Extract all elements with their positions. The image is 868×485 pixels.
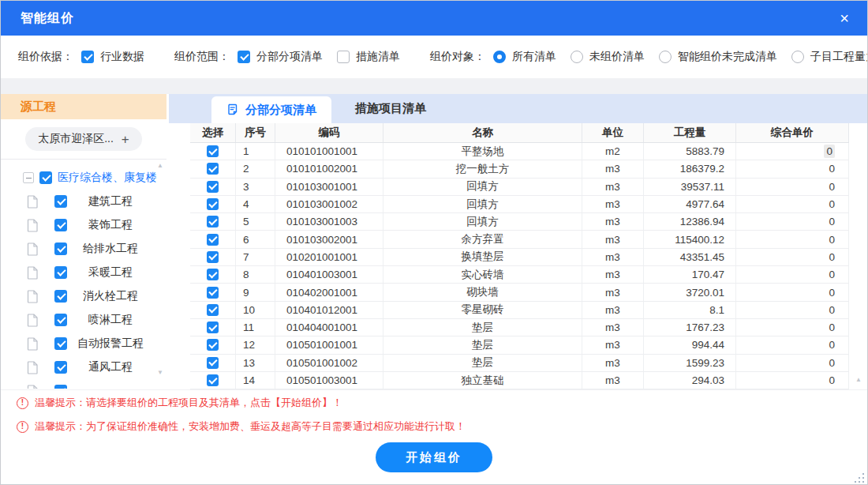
tree-item[interactable]: 采暖工程 <box>1 261 166 284</box>
row-checkbox-icon[interactable] <box>207 374 219 386</box>
checkbox-checked-icon[interactable] <box>39 171 52 184</box>
tree-item[interactable]: 给排水工程 <box>1 237 166 261</box>
radio-unselected-icon[interactable] <box>659 51 672 63</box>
row-checkbox-icon[interactable] <box>207 357 219 369</box>
tree-item[interactable]: 装饰工程 <box>1 213 166 237</box>
checkbox-checked-icon[interactable] <box>54 219 67 231</box>
table-row[interactable]: 7010201001001换填垫层m343351.450 <box>190 249 849 266</box>
cell-index: 13 <box>236 355 275 371</box>
row-checkbox-icon[interactable] <box>207 251 219 263</box>
checkbox-checked-icon[interactable] <box>54 385 67 389</box>
table-row[interactable]: 5010103001003回填方m312386.940 <box>190 213 849 231</box>
checkbox-checked-icon[interactable] <box>54 314 67 326</box>
tree-item-label: 自动报警工程 <box>67 336 166 351</box>
row-checkbox-icon[interactable] <box>207 269 219 280</box>
cell-quantity: 994.44 <box>644 336 736 353</box>
tab-fenbu-fenxiang[interactable]: 分部分项清单 <box>211 96 331 123</box>
resize-grip[interactable] <box>852 473 864 483</box>
table-row[interactable]: 3010103001001回填方m339537.110 <box>190 179 849 196</box>
row-checkbox-icon[interactable] <box>207 304 219 316</box>
tree-item[interactable]: 建筑工程 <box>1 190 166 213</box>
row-checkbox-icon[interactable] <box>207 339 219 351</box>
tab-cuoshi-xiangmu[interactable]: 措施项目清单 <box>328 94 453 123</box>
scope-option[interactable]: 分部分项清单 <box>238 50 323 64</box>
checkbox-checked-icon[interactable] <box>81 51 94 63</box>
checkbox-checked-icon[interactable] <box>238 51 250 63</box>
cell-unit: m3 <box>582 196 644 212</box>
target-radio-option[interactable]: 智能组价未完成清单 <box>659 50 777 64</box>
tree-item-label: 采暖工程 <box>67 265 166 280</box>
tree-item[interactable]: 通风工程 <box>1 355 166 379</box>
radio-selected-icon[interactable] <box>493 51 506 63</box>
checkbox-checked-icon[interactable] <box>54 337 67 350</box>
file-icon <box>27 266 39 280</box>
selected-cell-value[interactable]: 0 <box>824 145 835 158</box>
cell-price: 0 <box>736 302 849 318</box>
cell-name: 回填方 <box>383 196 582 212</box>
table-row[interactable]: 2010101002001挖一般土方m3186379.20 <box>190 160 849 178</box>
close-icon[interactable]: × <box>832 6 856 30</box>
table-row[interactable]: 9010402001001砌块墙m33720.010 <box>190 284 849 301</box>
scope-option[interactable]: 措施清单 <box>337 50 400 64</box>
column-header: 选择 <box>190 123 236 142</box>
checkbox-unchecked-icon[interactable] <box>337 51 350 63</box>
collapse-minus-icon[interactable] <box>23 172 34 183</box>
table-row[interactable]: 8010401003001实心砖墙m3170.470 <box>190 266 849 284</box>
table-row[interactable]: 14010501003001独立基础m3294.030 <box>190 372 849 389</box>
row-checkbox-icon[interactable] <box>207 163 219 175</box>
basis-label: 组价依据： <box>18 50 73 64</box>
row-checkbox-icon[interactable] <box>207 234 219 246</box>
row-checkbox-icon[interactable] <box>207 198 219 210</box>
tree-item[interactable]: 自动报警工程 <box>1 332 166 355</box>
cell-name: 换填垫层 <box>383 249 582 265</box>
cell-unit: m2 <box>582 143 644 160</box>
tree-item[interactable] <box>1 379 166 389</box>
project-tab-label: 太原市迎泽区... <box>38 132 114 146</box>
row-checkbox-icon[interactable] <box>207 145 219 157</box>
start-pricing-button[interactable]: 开始组价 <box>376 442 492 472</box>
checkbox-checked-icon[interactable] <box>54 290 67 303</box>
tree-item[interactable]: 消火栓工程 <box>1 284 166 308</box>
cell-code: 010501001002 <box>275 355 383 371</box>
cell-name: 砌块墙 <box>383 284 582 300</box>
row-checkbox-icon[interactable] <box>207 216 219 227</box>
add-project-icon[interactable]: + <box>122 133 129 146</box>
table-row[interactable]: 4010103001002回填方m34977.640 <box>190 196 849 213</box>
table-row[interactable]: 6010103002001余方弃置m3115400.120 <box>190 231 849 248</box>
scroll-down-icon[interactable]: ▼ <box>157 370 163 376</box>
checkbox-checked-icon[interactable] <box>54 361 67 374</box>
cell-code: 010201001001 <box>275 249 383 265</box>
tree-item[interactable]: 喷淋工程 <box>1 308 166 332</box>
row-checkbox-icon[interactable] <box>207 287 219 299</box>
option-label: 智能组价未完成清单 <box>678 50 777 64</box>
cell-sel <box>190 302 236 318</box>
table-row[interactable]: 1010101001001平整场地m25883.790 <box>190 143 849 160</box>
target-radio-option[interactable]: 所有清单 <box>493 50 556 64</box>
row-checkbox-icon[interactable] <box>207 321 219 333</box>
cell-quantity: 3720.01 <box>644 284 736 300</box>
table-row[interactable]: 11010404001001垫层m31767.230 <box>190 319 849 336</box>
table-row[interactable]: 12010501001001垫层m3994.440 <box>190 336 849 354</box>
tree-root-item[interactable]: 医疗综合楼、康复楼 <box>1 166 166 190</box>
table-row[interactable]: 13010501001002垫层m31599.230 <box>190 355 849 372</box>
warning-text: 温馨提示：请选择要组价的工程项目及其清单，点击【开始组价】！ <box>35 396 342 410</box>
scroll-up-icon[interactable]: ▲ <box>157 163 163 169</box>
cell-sel <box>190 249 236 265</box>
target-radio-option[interactable]: 子目工程量为0清单 <box>791 50 868 64</box>
table-scroll-up-icon[interactable]: ▲ <box>855 377 862 383</box>
target-radio-option[interactable]: 未组价清单 <box>571 50 645 64</box>
table-row[interactable]: 10010401012001零星砌砖m38.10 <box>190 302 849 319</box>
checkbox-checked-icon[interactable] <box>54 266 67 279</box>
checkbox-checked-icon[interactable] <box>54 195 67 208</box>
warning-message: ! 温馨提示：为了保证组价准确性，安装增加费、垂运及超高等子目需要通过相应功能进… <box>17 415 867 438</box>
radio-unselected-icon[interactable] <box>571 51 583 63</box>
exclamation-icon: ! <box>17 421 28 433</box>
radio-unselected-icon[interactable] <box>791 51 804 63</box>
project-tab[interactable]: 太原市迎泽区... + <box>25 127 142 151</box>
file-icon <box>27 195 39 209</box>
cell-quantity: 12386.94 <box>644 213 736 230</box>
row-checkbox-icon[interactable] <box>207 181 219 193</box>
checkbox-checked-icon[interactable] <box>54 242 67 255</box>
basis-option[interactable]: 行业数据 <box>81 50 144 64</box>
column-header: 单位 <box>582 123 644 142</box>
